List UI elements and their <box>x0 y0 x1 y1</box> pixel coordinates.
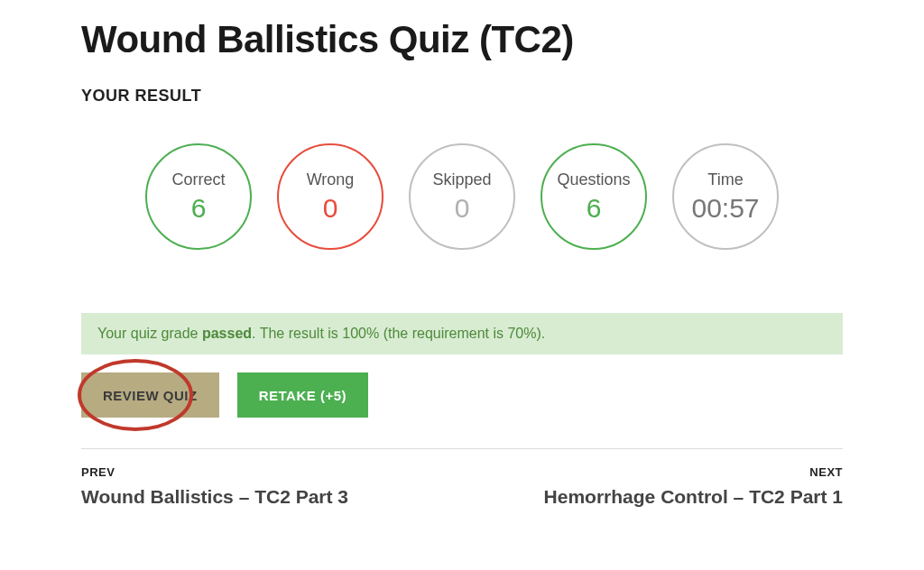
action-buttons: REVIEW QUIZ RETAKE (+5) <box>81 372 843 418</box>
result-heading: YOUR RESULT <box>81 87 843 106</box>
stat-skipped-value: 0 <box>455 193 470 224</box>
next-label: NEXT <box>544 465 843 479</box>
stat-correct: Correct 6 <box>145 143 252 250</box>
stat-correct-label: Correct <box>171 170 225 189</box>
prev-title: Wound Ballistics – TC2 Part 3 <box>81 486 348 508</box>
lesson-nav: PREV Wound Ballistics – TC2 Part 3 NEXT … <box>81 465 843 508</box>
prev-link[interactable]: PREV Wound Ballistics – TC2 Part 3 <box>81 465 348 508</box>
stat-wrong: Wrong 0 <box>277 143 383 250</box>
stat-time-value: 00:57 <box>691 193 759 224</box>
divider <box>81 448 843 449</box>
retake-button[interactable]: RETAKE (+5) <box>237 372 368 418</box>
grade-prefix: Your quiz grade <box>97 326 202 341</box>
prev-label: PREV <box>81 465 348 479</box>
stat-questions: Questions 6 <box>541 143 647 250</box>
next-link[interactable]: NEXT Hemorrhage Control – TC2 Part 1 <box>544 465 843 508</box>
stat-time-label: Time <box>707 170 743 189</box>
stat-skipped-label: Skipped <box>432 170 491 189</box>
next-title: Hemorrhage Control – TC2 Part 1 <box>544 486 843 508</box>
review-quiz-button[interactable]: REVIEW QUIZ <box>81 372 219 418</box>
stat-questions-label: Questions <box>557 170 630 189</box>
stat-questions-value: 6 <box>587 193 602 224</box>
grade-suffix: . The result is 100% (the requirement is… <box>252 326 545 341</box>
result-stats: Correct 6 Wrong 0 Skipped 0 Questions 6 … <box>81 143 843 250</box>
stat-time: Time 00:57 <box>672 143 779 250</box>
stat-wrong-value: 0 <box>323 193 338 224</box>
stat-skipped: Skipped 0 <box>409 143 515 250</box>
page-title: Wound Ballistics Quiz (TC2) <box>81 18 843 61</box>
stat-wrong-label: Wrong <box>307 170 355 189</box>
grade-banner: Your quiz grade passed. The result is 10… <box>81 313 843 354</box>
stat-correct-value: 6 <box>191 193 207 224</box>
grade-status: passed <box>202 326 252 341</box>
